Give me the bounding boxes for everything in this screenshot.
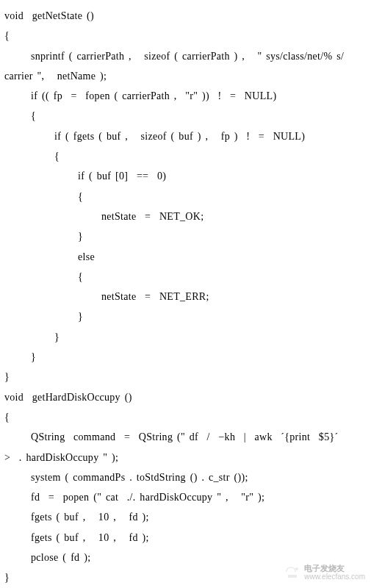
code-line: fd = popen (" cat ./. hardDiskOccupy " ,…: [4, 487, 367, 507]
code-line: if ( buf [0] == 0): [4, 166, 367, 186]
watermark-logo-icon: [284, 564, 301, 579]
code-line: > . hardDiskOccupy " );: [4, 448, 367, 467]
code-line: }: [4, 367, 367, 387]
code-line: void getNetState (): [4, 6, 367, 26]
code-line: void getHardDiskOccupy (): [4, 387, 367, 407]
code-line: QString command = QString (" df / −kh | …: [4, 427, 367, 447]
code-line: {: [4, 146, 367, 166]
code-line: system ( commandPs . toStdString () . c_…: [4, 467, 367, 487]
code-line: {: [4, 407, 367, 427]
code-line: {: [4, 26, 367, 46]
code-line: }: [4, 306, 367, 326]
code-line: }: [4, 327, 367, 347]
code-line: netState = NET_OK;: [4, 207, 367, 226]
watermark-cn-label: 电子发烧友: [304, 564, 365, 573]
code-line: fgets ( buf , 10 , fd );: [4, 507, 367, 527]
watermark-url-label: www.elecfans.com: [304, 573, 365, 581]
code-line: }: [4, 226, 367, 246]
svg-point-0: [295, 567, 298, 570]
code-line: snprintf ( carrierPath , sizeof ( carrie…: [4, 46, 367, 66]
code-line: carrier ", netName );: [4, 66, 367, 86]
code-line: netState = NET_ERR;: [4, 287, 367, 306]
code-line: {: [4, 187, 367, 207]
code-line: fgets ( buf , 10 , fd );: [4, 528, 367, 548]
code-block: void getNetState (){snprintf ( carrierPa…: [4, 6, 367, 588]
watermark: 电子发烧友 www.elecfans.com: [284, 564, 365, 581]
code-line: if ( fgets ( buf , sizeof ( buf ) , fp )…: [4, 126, 367, 146]
code-line: }: [4, 347, 367, 367]
code-line: {: [4, 106, 367, 126]
code-line: {: [4, 267, 367, 287]
watermark-text: 电子发烧友 www.elecfans.com: [304, 564, 365, 581]
code-line: if (( fp = fopen ( carrierPath , "r" )) …: [4, 86, 367, 106]
code-line: else: [4, 247, 367, 267]
